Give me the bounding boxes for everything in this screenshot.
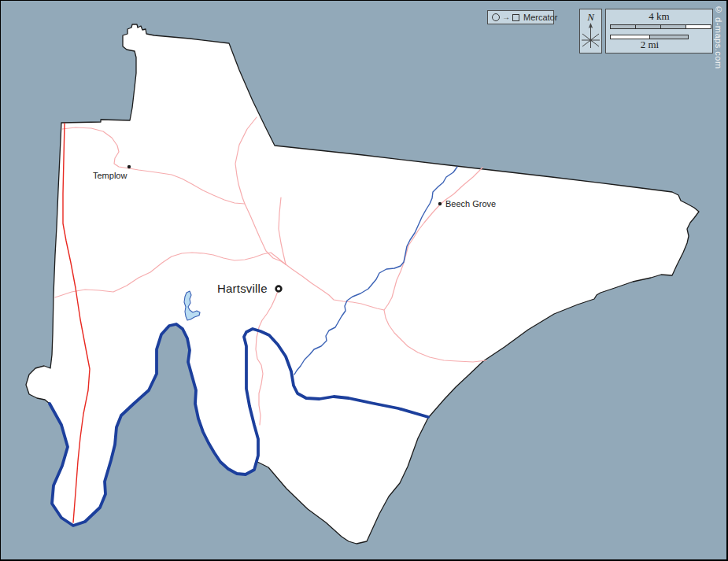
projection-label: Mercator [523, 13, 557, 22]
compass-rose-icon [580, 22, 601, 52]
square-icon [512, 14, 519, 21]
hartsville-label: Hartsville [217, 282, 268, 295]
projection-box: → Mercator [487, 10, 554, 24]
circle-icon [492, 13, 500, 21]
scale-km-label: 4 km [606, 10, 712, 23]
compass-north-label: N [580, 12, 601, 22]
templow-label: Templow [93, 171, 127, 180]
scale-km-bar [610, 24, 711, 29]
compass-box: N [579, 9, 602, 54]
county-outline [26, 24, 699, 544]
county-map-svg [1, 1, 728, 561]
hartsville-county-seat-icon [276, 286, 282, 292]
map-canvas: Templow Beech Grove Hartsville → Mercato… [0, 0, 728, 561]
copyright-text: © d-maps.com [714, 5, 723, 69]
scale-bar-box: 4 km 2 mi [605, 9, 713, 54]
templow-marker-icon [127, 165, 131, 168]
beech-grove-label: Beech Grove [445, 199, 496, 209]
scale-mi-label: 2 mi [611, 39, 689, 51]
arrow-right-icon: → [502, 13, 510, 21]
beech-grove-marker-icon [438, 202, 442, 205]
